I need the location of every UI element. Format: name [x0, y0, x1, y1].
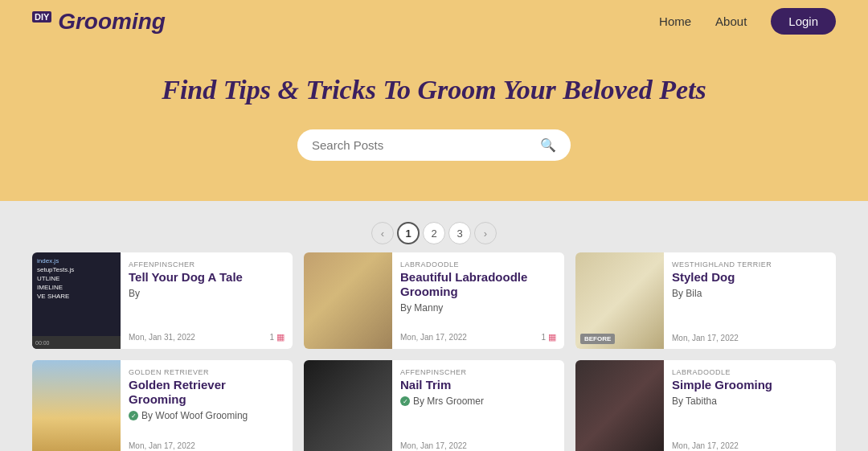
card-author: By	[129, 288, 285, 299]
cards-section: ‹ 1 2 3 › index.js setupTests.js UTLINE …	[0, 201, 868, 451]
card-footer: Mon, Jan 31, 2022 1 ▦	[129, 332, 285, 342]
card-date: Mon, Jan 17, 2022	[129, 441, 195, 450]
card-content: LABRADOODLE Beautiful Labradoodle Groomi…	[392, 252, 564, 349]
table-row: BEFORE WESTHIGHLAND TERRIER Styled Dog B…	[575, 252, 836, 349]
card-tag: AFFENPINSCHER	[129, 260, 285, 269]
card-author: ✓ By Mrs Groomer	[400, 396, 556, 407]
verified-icon: ✓	[129, 411, 138, 420]
card-author: By Manny	[400, 302, 556, 314]
card-comments: 1 ▦	[269, 332, 285, 342]
nav: Home About Login	[659, 8, 836, 35]
table-row: LABRADOODLE Beautiful Labradoodle Groomi…	[304, 252, 564, 349]
table-row: index.js setupTests.js UTLINE IMELINE VE…	[32, 252, 293, 349]
page-2-button[interactable]: 2	[423, 222, 445, 244]
card-content: AFFENPINSCHER Nail Trim ✓ By Mrs Groomer…	[392, 360, 564, 451]
card-image: index.js setupTests.js UTLINE IMELINE VE…	[32, 252, 121, 349]
logo: DIY Grooming	[32, 9, 166, 35]
comment-icon: ▦	[548, 332, 556, 342]
logo-diy: DIY	[32, 11, 51, 23]
card-footer: Mon, Jan 17, 2022	[672, 441, 828, 450]
card-image	[32, 360, 121, 451]
nav-about[interactable]: About	[715, 14, 747, 28]
card-footer: Mon, Jan 17, 2022 1 ▦	[400, 332, 556, 342]
card-content: GOLDEN RETRIEVER Golden Retriever Groomi…	[121, 360, 293, 451]
cards-grid: index.js setupTests.js UTLINE IMELINE VE…	[32, 252, 836, 451]
page-3-button[interactable]: 3	[448, 222, 471, 244]
logo-text: Grooming	[58, 9, 166, 34]
verified-icon: ✓	[400, 396, 410, 406]
card-tag: WESTHIGHLAND TERRIER	[672, 260, 828, 269]
card-title: Styled Dog	[672, 270, 828, 285]
card-footer: Mon, Jan 17, 2022	[129, 441, 285, 450]
table-row: GOLDEN RETRIEVER Golden Retriever Groomi…	[32, 360, 293, 451]
next-page-button[interactable]: ›	[474, 222, 497, 244]
card-content: AFFENPINSCHER Tell Your Dog A Tale By Mo…	[121, 252, 293, 349]
card-content: LABRADOODLE Simple Grooming By Tabitha M…	[664, 360, 836, 451]
hero-headline: Find Tips & Tricks To Groom Your Beloved…	[16, 75, 852, 105]
card-date: Mon, Jan 17, 2022	[400, 333, 467, 342]
card-author: By Bila	[672, 288, 828, 299]
card-title: Tell Your Dog A Tale	[129, 270, 285, 285]
before-badge: BEFORE	[580, 334, 615, 344]
header: DIY Grooming Home About Login	[0, 0, 868, 43]
card-author: By Tabitha	[672, 396, 828, 407]
card-date: Mon, Jan 17, 2022	[672, 334, 739, 342]
card-footer: Mon, Jan 17, 2022	[672, 334, 828, 342]
card-content: WESTHIGHLAND TERRIER Styled Dog By Bila …	[664, 252, 836, 349]
table-row: AFFENPINSCHER Nail Trim ✓ By Mrs Groomer…	[304, 360, 564, 451]
card-footer: Mon, Jan 17, 2022	[400, 441, 556, 450]
card-date: Mon, Jan 17, 2022	[672, 441, 739, 450]
card-title: Simple Grooming	[672, 378, 828, 392]
card-tag: LABRADOODLE	[672, 368, 828, 376]
card-image: BEFORE	[575, 252, 664, 349]
login-button[interactable]: Login	[771, 8, 836, 35]
pagination: ‹ 1 2 3 ›	[371, 222, 497, 244]
nav-home[interactable]: Home	[659, 14, 691, 28]
search-bar: 🔍	[297, 129, 571, 161]
card-tag: AFFENPINSCHER	[400, 368, 556, 376]
card-image	[304, 360, 392, 451]
comment-icon: ▦	[276, 332, 285, 342]
card-tag: LABRADOODLE	[400, 260, 556, 269]
card-date: Mon, Jan 31, 2022	[129, 333, 195, 342]
card-comments: 1 ▦	[541, 332, 556, 342]
prev-page-button[interactable]: ‹	[371, 222, 394, 244]
card-title: Golden Retriever Grooming	[129, 378, 285, 407]
search-input[interactable]	[312, 138, 540, 152]
card-title: Nail Trim	[400, 378, 556, 392]
card-image	[575, 360, 664, 451]
hero-section: Find Tips & Tricks To Groom Your Beloved…	[0, 43, 868, 201]
search-icon[interactable]: 🔍	[540, 137, 556, 153]
card-tag: GOLDEN RETRIEVER	[129, 368, 285, 376]
card-date: Mon, Jan 17, 2022	[400, 441, 467, 450]
pagination-area: ‹ 1 2 3 ›	[32, 209, 836, 252]
card-title: Beautiful Labradoodle Grooming	[400, 270, 556, 299]
card-author: ✓ By Woof Woof Grooming	[129, 410, 285, 421]
table-row: LABRADOODLE Simple Grooming By Tabitha M…	[575, 360, 836, 451]
card-image	[304, 252, 392, 349]
page-1-button[interactable]: 1	[397, 222, 420, 244]
